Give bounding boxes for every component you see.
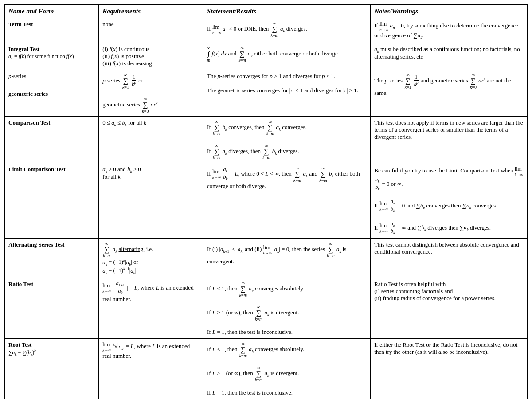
limit-comparison-test-notes: Be careful if you try to use the Limit C… (371, 163, 528, 239)
comparison-test-row: Comparison Test 0 ≤ ak ≤ bk for all k If… (5, 116, 528, 163)
pseries-row: p-series geometric series p-series ∞ ∑ k… (5, 70, 528, 116)
pseries-notes: The p-series ∞ ∑ k=1 1 kp and geometric … (371, 70, 528, 116)
alternating-series-test-stmt: If (i) |ak+1| ≤ |ak| and (ii) lim k→∞ |a… (203, 239, 371, 278)
alternating-series-test-req: ∞ ∑ k=m ak alternating, i.e. ak = (−1)k|… (99, 239, 203, 278)
pseries-req: p-series ∞ ∑ k=1 1 kp or geometric serie… (99, 70, 203, 116)
pseries-stmt: The p-series converges for p > 1 and div… (203, 70, 371, 116)
alternating-series-test-notes: This test cannot distinguish between abs… (371, 239, 528, 278)
term-test-row: Term Test none If lim n→∞ an ≠ 0 or DNE,… (5, 18, 528, 43)
integral-test-notes: ak must be described as a continuous fun… (371, 43, 528, 70)
comparison-test-notes: This test does not apply if terms in new… (371, 116, 528, 163)
ratio-test-req: lim k→∞ | ak+1 ak | = L, where L is an e… (99, 278, 203, 339)
integral-test-req: (i) f(x) is continuous (ii) f(x) is posi… (99, 43, 203, 70)
limit-comparison-test-req: ak ≥ 0 and bk ≥ 0for all k (99, 163, 203, 239)
term-test-name: Term Test (5, 18, 99, 43)
limit-comparison-test-stmt: If lim k→∞ ak bk = L, where 0 < L < ∞, t… (203, 163, 371, 239)
term-test-req: none (99, 18, 203, 43)
alternating-series-test-row: Alternating Series Test ∞ ∑ k=m ak alter… (5, 239, 528, 278)
integral-test-row: Integral Test ak = f(k) for some func­ti… (5, 43, 528, 70)
ratio-test-notes: Ratio Test is often helpful with (i) ser… (371, 278, 528, 339)
ratio-test-row: Ratio Test lim k→∞ | ak+1 ak | = L, wher… (5, 278, 528, 339)
limit-comparison-test-name: Limit Comparison Test (5, 163, 99, 239)
integral-test-name: Integral Test ak = f(k) for some func­ti… (5, 43, 99, 70)
header-notes: Notes/Warnings (371, 5, 528, 18)
ratio-test-name: Ratio Test (5, 278, 99, 339)
comparison-test-name: Comparison Test (5, 116, 99, 163)
comparison-test-req: 0 ≤ ak ≤ bk for all k (99, 116, 203, 163)
integral-test-stmt: ∞ ∫ m f(x) dx and ∞ ∑ k=m ak either both… (203, 43, 371, 70)
root-test-stmt: If L < 1, then ∞ ∑ k=m ak converges abso… (203, 339, 371, 399)
root-test-notes: If either the Root Test or the Ratio Tes… (371, 339, 528, 399)
ratio-test-stmt: If L < 1, then ∞ ∑ k=m ak converges abso… (203, 278, 371, 339)
term-test-notes: If lim n→∞ an = 0, try something else to… (371, 18, 528, 43)
header-statement: Statement/Results (203, 5, 371, 18)
limit-comparison-test-row: Limit Comparison Test ak ≥ 0 and bk ≥ 0f… (5, 163, 528, 239)
root-test-name: Root Test ∑ak = ∑(bk)k (5, 339, 99, 399)
header-name: Name and Form (5, 5, 99, 18)
root-test-req: lim k→∞ k√|ak| = L, where L is an extend… (99, 339, 203, 399)
header-requirements: Requirements (99, 5, 203, 18)
alternating-series-test-name: Alternating Series Test (5, 239, 99, 278)
root-test-row: Root Test ∑ak = ∑(bk)k lim k→∞ k√|ak| = … (5, 339, 528, 399)
comparison-test-stmt: If ∞ ∑ k=m bk converges, then ∞ ∑ k=m ak… (203, 116, 371, 163)
convergence-tests-table: Name and Form Requirements Statement/Res… (4, 4, 528, 399)
pseries-name: p-series geometric series (5, 70, 99, 116)
term-test-stmt: If lim n→∞ an ≠ 0 or DNE, then ∞ ∑ k=m a… (203, 18, 371, 43)
